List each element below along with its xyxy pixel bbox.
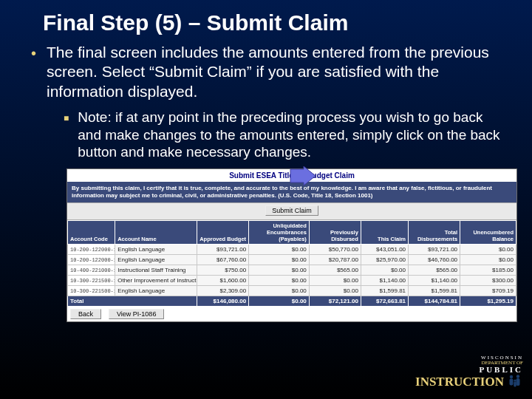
cell-claim: $25,970.00 — [361, 255, 408, 265]
bullet-level-2: ■ Note: if at any point in the preceding… — [64, 109, 501, 161]
logo-line-4: INSTRUCTION — [415, 374, 523, 389]
callout-arrow-icon — [289, 166, 317, 187]
cell-total: $1,599.81 — [409, 286, 460, 296]
cell-prev: $565.00 — [309, 265, 361, 276]
cell-enc: $0.00 — [249, 286, 310, 296]
view-pi-1086-button[interactable]: View PI-1086 — [109, 309, 164, 319]
svg-rect-5 — [516, 378, 520, 386]
cell-code: 10-300-221500-141 — [68, 286, 115, 296]
family-icon — [507, 374, 523, 389]
cell-bal: $0.00 — [460, 245, 516, 255]
slide: Final Step (5) – Submit Claim • The fina… — [0, 0, 532, 399]
slide-body: • The final screen includes the amounts … — [0, 40, 532, 322]
cell-name: Instructional Staff Training — [115, 265, 197, 276]
table-header-row: Account Code Account Name Approved Budge… — [68, 221, 516, 245]
svg-marker-0 — [290, 166, 316, 185]
total-disb: $144,784.81 — [409, 296, 460, 307]
svg-rect-4 — [510, 379, 514, 386]
total-claim: $72,663.81 — [361, 296, 408, 307]
logo-line-3: PUBLIC — [415, 366, 523, 374]
cell-budget: $93,721.00 — [197, 245, 249, 255]
total-budget: $146,080.00 — [197, 296, 249, 307]
cell-code: 10-200-122000-141 — [68, 255, 115, 265]
cell-code: 10-200-122000-141 — [68, 245, 115, 255]
table-total-row: Total $146,080.00 $0.00 $72,121.00 $72,6… — [68, 296, 516, 307]
svg-point-1 — [510, 375, 513, 378]
cell-enc: $0.00 — [249, 245, 310, 255]
total-enc: $0.00 — [249, 296, 310, 307]
embedded-title: Submit ESEA Title I-A Budget Claim — [67, 169, 516, 182]
col-account-name: Account Name — [115, 221, 197, 245]
cell-total: $1,140.00 — [409, 276, 460, 286]
table-row: 10-200-122000-141English Language$93,721… — [68, 245, 516, 255]
table-row: 10-200-122000-141English Language$67,760… — [68, 255, 516, 265]
cell-claim: $43,051.00 — [361, 245, 408, 255]
cell-bal: $0.00 — [460, 255, 516, 265]
embedded-claim-screenshot: Submit ESEA Title I-A Budget Claim By su… — [66, 168, 517, 322]
cell-name: English Language — [115, 286, 197, 296]
total-prev: $72,121.00 — [309, 296, 361, 307]
col-unencumbered-balance: Unencumbered Balance — [460, 221, 516, 245]
bullet-square-icon: ■ — [64, 109, 69, 161]
cell-total: $46,760.00 — [409, 255, 460, 265]
cell-budget: $67,760.00 — [197, 255, 249, 265]
bullet-2-text: Note: if at any point in the preceding p… — [78, 109, 501, 161]
bullet-level-1: • The final screen includes the amounts … — [31, 43, 501, 101]
svg-rect-6 — [514, 382, 516, 387]
dpi-logo: WISCONSIN DEPARTMENT OF PUBLIC INSTRUCTI… — [415, 355, 523, 389]
cell-name: Other Improvement of Instruction — [115, 276, 197, 286]
cell-claim: $0.00 — [361, 265, 408, 276]
cell-budget: $1,600.00 — [197, 276, 249, 286]
cell-code: 10-300-221500-141 — [68, 276, 115, 286]
slide-title: Final Step (5) – Submit Claim — [0, 0, 532, 40]
svg-point-3 — [514, 379, 516, 381]
cell-total: $93,721.00 — [409, 245, 460, 255]
total-label: Total — [68, 296, 197, 307]
cell-enc: $0.00 — [249, 255, 310, 265]
cell-name: English Language — [115, 245, 197, 255]
cell-name: English Language — [115, 255, 197, 265]
col-encumbrances: Unliquidated Encumbrances (Payables) — [249, 221, 310, 245]
table-row: 10-300-221500-141English Language$2,309.… — [68, 286, 516, 296]
col-total-disbursements: Total Disbursements — [409, 221, 460, 245]
bullet-dot-icon: • — [31, 43, 36, 101]
col-approved-budget: Approved Budget — [197, 221, 249, 245]
cell-prev: $50,770.00 — [309, 245, 361, 255]
col-this-claim: This Claim — [361, 221, 408, 245]
bottom-button-row: Back View PI-1086 — [67, 307, 516, 321]
submit-row: Submit Claim — [67, 202, 516, 220]
claim-table: Account Code Account Name Approved Budge… — [67, 220, 516, 307]
cell-enc: $0.00 — [249, 276, 310, 286]
bullet-1-text: The final screen includes the amounts en… — [47, 43, 501, 101]
col-previously-disbursed: Previously Disbursed — [309, 221, 361, 245]
cell-bal: $709.19 — [460, 286, 516, 296]
cell-bal: $300.00 — [460, 276, 516, 286]
cell-budget: $750.00 — [197, 265, 249, 276]
svg-point-2 — [516, 375, 519, 378]
logo-line-4-text: INSTRUCTION — [415, 375, 504, 388]
submit-claim-button[interactable]: Submit Claim — [265, 205, 318, 216]
cell-prev: $0.00 — [309, 276, 361, 286]
cell-claim: $1,599.81 — [361, 286, 408, 296]
cell-budget: $2,309.00 — [197, 286, 249, 296]
cell-prev: $0.00 — [309, 286, 361, 296]
cell-code: 10-400-221000-141 — [68, 265, 115, 276]
cell-enc: $0.00 — [249, 265, 310, 276]
cell-bal: $185.00 — [460, 265, 516, 276]
cell-total: $565.00 — [409, 265, 460, 276]
table-row: 10-300-221500-141Other Improvement of In… — [68, 276, 516, 286]
col-account-code: Account Code — [68, 221, 115, 245]
total-bal: $1,295.19 — [460, 296, 516, 307]
table-row: 10-400-221000-141Instructional Staff Tra… — [68, 265, 516, 276]
back-button[interactable]: Back — [70, 309, 101, 319]
cell-claim: $1,140.00 — [361, 276, 408, 286]
cell-prev: $20,787.00 — [309, 255, 361, 265]
